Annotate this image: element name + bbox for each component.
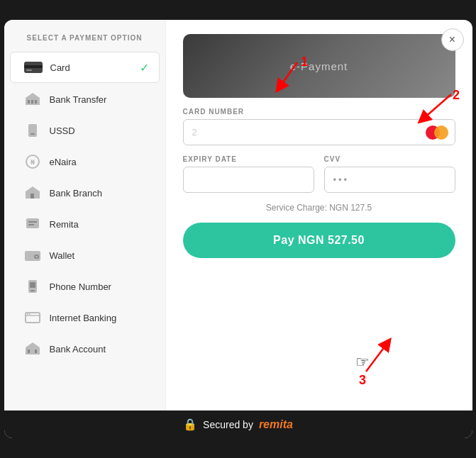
sidebar-label-card: Card <box>50 62 70 73</box>
svg-text:3: 3 <box>359 373 366 387</box>
cvv-field-group: CVV <box>324 155 455 193</box>
mastercard-logo <box>426 125 448 140</box>
footer: 🔒 Secured by remita <box>4 410 472 438</box>
secured-text: Secured by <box>203 419 253 430</box>
card-number-label: CARD NUMBER <box>183 108 455 116</box>
svg-marker-29 <box>26 342 40 347</box>
wallet-icon <box>23 247 43 263</box>
expiry-field-group: EXPIRY DATE <box>183 155 314 193</box>
svg-rect-7 <box>35 100 37 104</box>
cvv-input[interactable] <box>324 167 455 193</box>
remita-brand: remita <box>259 418 293 431</box>
close-button[interactable]: × <box>441 28 464 51</box>
svg-rect-16 <box>28 221 37 223</box>
sidebar-label-wallet: Wallet <box>50 250 75 261</box>
sidebar-item-card[interactable]: Card ✓ <box>10 52 160 83</box>
svg-line-36 <box>366 343 387 372</box>
sidebar-item-remita[interactable]: Remita <box>10 209 160 239</box>
mastercard-right-circle <box>434 125 448 140</box>
sidebar-label-remita: Remita <box>50 219 79 230</box>
bank-account-icon <box>23 341 43 357</box>
bank-transfer-icon <box>23 91 43 107</box>
svg-rect-2 <box>26 69 32 71</box>
svg-marker-13 <box>26 186 40 191</box>
close-icon: × <box>449 33 455 46</box>
svg-rect-14 <box>31 194 34 199</box>
svg-marker-4 <box>26 93 40 98</box>
svg-rect-17 <box>28 224 34 225</box>
svg-rect-5 <box>28 100 30 104</box>
card-visual: e-Payment <box>183 34 455 98</box>
lock-icon: 🔒 <box>183 418 197 431</box>
cvv-label: CVV <box>324 155 455 163</box>
ussd-icon <box>23 123 43 138</box>
sidebar-item-bank-branch[interactable]: Bank Branch <box>10 178 160 208</box>
phone-icon <box>23 279 43 294</box>
sidebar-item-ussd[interactable]: USSD <box>10 116 160 145</box>
svg-rect-1 <box>24 65 43 68</box>
svg-rect-22 <box>31 290 35 291</box>
sidebar-label-bank-transfer: Bank Transfer <box>50 94 107 105</box>
svg-rect-23 <box>30 282 35 288</box>
sidebar-item-internet-banking[interactable]: Internet Banking <box>10 303 160 333</box>
sidebar-label-internet-banking: Internet Banking <box>50 313 117 323</box>
sidebar-item-bank-transfer[interactable]: Bank Transfer <box>10 84 160 114</box>
card-number-wrapper <box>183 119 455 145</box>
svg-rect-6 <box>31 100 33 104</box>
enaira-icon: ₦ <box>23 154 43 169</box>
sidebar-item-bank-account[interactable]: Bank Account <box>10 334 160 364</box>
card-number-input[interactable] <box>183 119 455 145</box>
sidebar-label-ussd: USSD <box>50 125 75 136</box>
svg-rect-31 <box>35 350 37 353</box>
check-icon-card: ✓ <box>140 61 149 74</box>
modal: × SELECT A PAYMENT OPTION Card ✓ <box>4 20 472 438</box>
svg-point-20 <box>35 256 38 258</box>
sidebar-label-enaira: eNaira <box>50 157 77 167</box>
card-visual-label: e-Payment <box>290 60 348 72</box>
sidebar-item-wallet[interactable]: Wallet <box>10 240 160 270</box>
internet-banking-icon <box>23 310 43 325</box>
modal-body: SELECT A PAYMENT OPTION Card ✓ <box>4 20 472 410</box>
svg-rect-15 <box>26 218 39 228</box>
sidebar-label-bank-account: Bank Account <box>50 344 106 354</box>
cursor-pointer-icon: ☞ <box>355 353 370 372</box>
svg-point-26 <box>27 313 28 315</box>
service-charge-text: Service Charge: NGN 127.5 <box>183 203 455 213</box>
svg-rect-30 <box>28 350 30 353</box>
svg-rect-9 <box>31 133 35 135</box>
remita-icon <box>23 216 43 232</box>
main-content: e-Payment CARD NUMBER EXPIRY DATE <box>166 20 472 410</box>
expiry-cvv-row: EXPIRY DATE CVV <box>183 155 455 193</box>
sidebar: SELECT A PAYMENT OPTION Card ✓ <box>4 20 166 410</box>
sidebar-label-bank-branch: Bank Branch <box>50 188 102 199</box>
pay-button-label: Pay NGN 527.50 <box>273 234 365 246</box>
card-icon <box>23 60 43 75</box>
sidebar-item-enaira[interactable]: ₦ eNaira <box>10 147 160 177</box>
svg-text:₦: ₦ <box>31 159 35 166</box>
sidebar-title: SELECT A PAYMENT OPTION <box>4 34 165 42</box>
expiry-label: EXPIRY DATE <box>183 155 314 163</box>
sidebar-item-phone-number[interactable]: Phone Number <box>10 272 160 301</box>
svg-point-27 <box>29 313 31 315</box>
annotation-3: 3 <box>359 336 416 389</box>
bank-branch-icon <box>23 185 43 201</box>
sidebar-label-phone-number: Phone Number <box>50 281 111 292</box>
svg-rect-8 <box>28 124 37 137</box>
expiry-input[interactable] <box>183 167 314 193</box>
pay-button[interactable]: Pay NGN 527.50 <box>183 223 455 258</box>
card-number-field-group: CARD NUMBER <box>183 108 455 145</box>
